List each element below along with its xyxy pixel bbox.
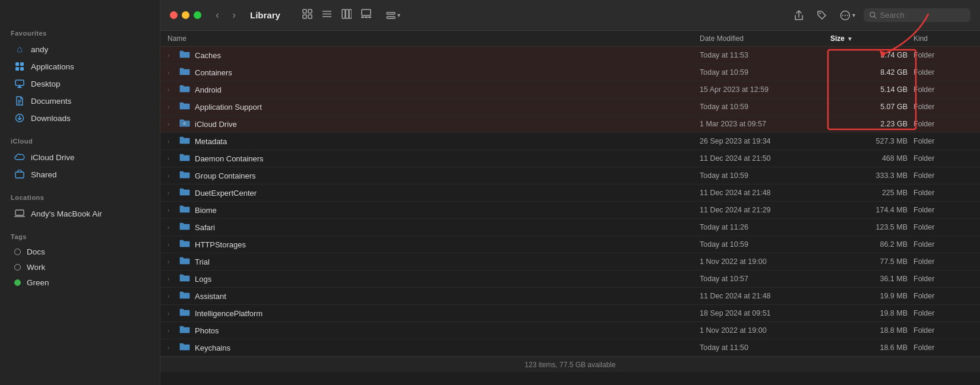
file-kind-cell: Folder [913,240,973,249]
expand-arrow[interactable]: › [167,87,175,93]
sidebar-item-macbook-air[interactable]: Andy's MacBook Air [4,205,156,222]
file-kind-cell: Folder [913,85,973,94]
minimize-button[interactable] [182,11,189,19]
folder-icon [179,238,190,250]
table-row[interactable]: › Daemon Containers 11 Dec 2024 at 21:50… [160,150,980,167]
share-button[interactable] [789,7,808,24]
expand-arrow[interactable]: › [167,207,175,214]
table-row[interactable]: › Trial 1 Nov 2022 at 19:00 77.5 MB Fold… [160,253,980,271]
expand-arrow[interactable]: › [167,155,175,162]
table-row[interactable]: › Containers Today at 10:59 8.42 GB Fold… [160,64,980,81]
table-row[interactable]: › IntelligencePlatform 18 Sep 2024 at 09… [160,305,980,322]
expand-arrow[interactable]: › [167,241,175,248]
col-header-date[interactable]: Date Modified [700,34,830,43]
file-name-cell: › Assistant [167,290,700,302]
table-row[interactable]: › iC iCloud Drive 1 Mar 2023 at 09:57 2.… [160,116,980,133]
file-kind-cell: Folder [913,326,973,335]
file-size-cell: 333.3 MB [830,171,913,180]
sidebar-section-tags: Tags Docs Work Green [0,233,160,291]
sidebar-item-documents[interactable]: Documents [4,93,156,109]
documents-icon [14,96,25,106]
folder-icon [179,135,190,147]
svg-rect-28 [387,12,395,14]
col-header-name[interactable]: Name [167,34,700,43]
col-header-size[interactable]: Size ▼ [830,34,913,43]
expand-arrow[interactable]: › [167,276,175,282]
expand-arrow[interactable]: › [167,310,175,317]
table-row[interactable]: › Assistant 11 Dec 2024 at 21:48 19.9 MB… [160,288,980,305]
sidebar-item-icloud-drive[interactable]: iCloud Drive [4,149,156,166]
file-name-label: Metadata [195,137,227,146]
col-header-kind[interactable]: Kind [913,34,973,43]
sort-arrow-size: ▼ [847,36,853,42]
file-kind-cell: Folder [913,189,973,197]
svg-rect-0 [15,62,19,66]
file-name-cell: › Photos [167,324,700,336]
view-icon-gallery[interactable] [357,6,375,24]
table-row[interactable]: › Caches Today at 11:53 9.74 GB Folder [160,47,980,64]
table-row[interactable]: › Biome 11 Dec 2024 at 21:29 174.4 MB Fo… [160,202,980,219]
view-icon-list[interactable] [318,6,336,24]
desktop-icon [14,78,25,89]
sidebar-section-locations: Locations Andy's MacBook Air [0,194,160,222]
expand-arrow[interactable]: › [167,104,175,110]
file-size-cell: 5.07 GB [830,103,913,111]
sidebar-item-andy[interactable]: ⌂ andy [4,41,156,58]
close-button[interactable] [170,11,178,19]
table-row[interactable]: › Photos 1 Nov 2022 at 19:00 18.8 MB Fol… [160,322,980,339]
sidebar-item-shared[interactable]: Shared [4,166,156,183]
folder-icon [179,187,190,199]
expand-arrow[interactable]: › [167,259,175,265]
file-date-cell: 1 Mar 2023 at 09:57 [700,120,830,128]
folder-icon [179,273,190,285]
sidebar-item-tag-green[interactable]: Green [4,275,156,290]
tag-button[interactable] [812,7,832,23]
file-date-cell: 1 Nov 2022 at 19:00 [700,257,830,266]
file-name-cell: › Metadata [167,135,700,147]
group-button[interactable]: ▾ [381,8,405,23]
table-row[interactable]: › Group Containers Today at 10:59 333.3 … [160,167,980,184]
table-row[interactable]: › Keychains Today at 11:50 18.6 MB Folde… [160,339,980,357]
search-icon [870,11,877,19]
expand-arrow[interactable]: › [167,224,175,231]
sidebar-item-tag-work[interactable]: Work [4,260,156,275]
back-button[interactable]: ‹ [212,7,223,24]
table-row[interactable]: › DuetExpertCenter 11 Dec 2024 at 21:48 … [160,184,980,202]
table-row[interactable]: › Logs Today at 10:57 36.1 MB Folder [160,271,980,288]
laptop-icon [14,208,25,219]
file-name-label: Group Containers [195,171,256,180]
svg-rect-14 [303,9,306,13]
expand-arrow[interactable]: › [167,121,175,128]
expand-arrow[interactable]: › [167,327,175,334]
sidebar-item-downloads[interactable]: Downloads [4,110,156,126]
table-row[interactable]: › Application Support Today at 10:59 5.0… [160,98,980,116]
table-row[interactable]: › Metadata 26 Sep 2023 at 19:34 527.3 MB… [160,133,980,150]
folder-icon [179,342,190,354]
sidebar-item-label-documents: Documents [31,97,71,106]
search-input[interactable] [880,11,965,20]
expand-arrow[interactable]: › [167,138,175,145]
table-row[interactable]: › Android 15 Apr 2023 at 12:59 5.14 GB F… [160,81,980,98]
maximize-button[interactable] [194,11,201,19]
sidebar-item-applications[interactable]: Applications [4,58,156,75]
search-box[interactable] [864,8,970,22]
more-button[interactable]: ▾ [835,7,860,24]
expand-arrow[interactable]: › [167,345,175,351]
expand-arrow[interactable]: › [167,52,175,59]
expand-arrow[interactable]: › [167,293,175,300]
sidebar-item-desktop[interactable]: Desktop [4,75,156,92]
svg-point-30 [819,12,820,14]
expand-arrow[interactable]: › [167,69,175,76]
table-row[interactable]: › HTTPStorages Today at 10:59 86.2 MB Fo… [160,236,980,253]
expand-arrow[interactable]: › [167,190,175,196]
expand-arrow[interactable]: › [167,173,175,179]
file-name-cell: › iC iCloud Drive [167,118,700,130]
table-row[interactable]: › Safari Today at 11:26 123.5 MB Folder [160,219,980,236]
view-icon-grid[interactable] [298,6,317,24]
file-kind-cell: Folder [913,343,973,352]
file-kind-cell: Folder [913,120,973,128]
view-icon-columns[interactable] [337,6,356,24]
sidebar-item-tag-docs[interactable]: Docs [4,244,156,259]
file-name-label: Containers [195,68,232,77]
forward-button[interactable]: › [229,7,239,24]
